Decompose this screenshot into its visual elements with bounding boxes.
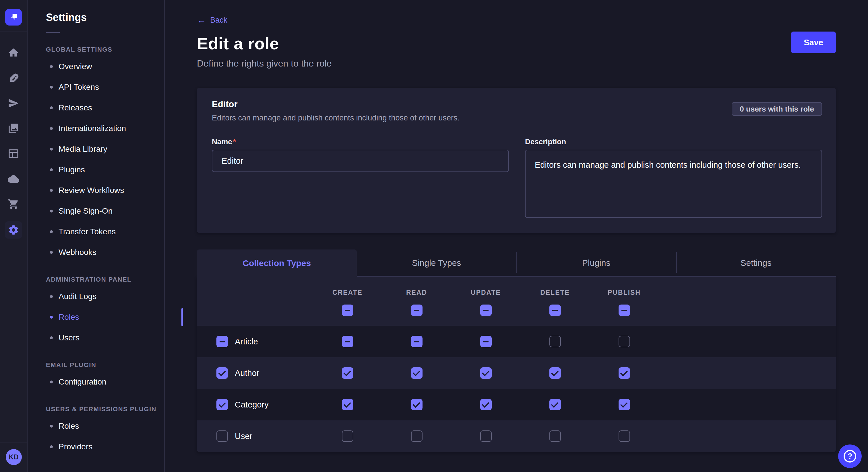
checkbox-cell bbox=[313, 367, 382, 379]
sidebar-item-review-workflows[interactable]: Review Workflows bbox=[46, 180, 164, 201]
select-all-row bbox=[197, 305, 836, 316]
sidebar-item-plugins[interactable]: Plugins bbox=[46, 160, 164, 180]
user-row-checkbox[interactable] bbox=[216, 430, 228, 442]
user-publish-checkbox[interactable] bbox=[619, 430, 630, 442]
permission-row-user: User bbox=[197, 420, 836, 452]
question-mark-icon: ? bbox=[844, 450, 856, 463]
sidebar-item-webhooks[interactable]: Webhooks bbox=[46, 242, 164, 263]
nav-marketplace[interactable] bbox=[0, 192, 27, 217]
category-create-checkbox[interactable] bbox=[342, 399, 353, 410]
sidebar-item-label: Roles bbox=[59, 422, 79, 431]
category-update-checkbox[interactable] bbox=[480, 399, 492, 410]
sidebar-item-transfer-tokens[interactable]: Transfer Tokens bbox=[46, 222, 164, 242]
sidebar-item-label: Transfer Tokens bbox=[59, 227, 116, 236]
author-row-checkbox[interactable] bbox=[216, 367, 228, 379]
sidebar-item-media-library[interactable]: Media Library bbox=[46, 139, 164, 160]
page-title: Edit a role bbox=[197, 34, 836, 53]
article-publish-checkbox[interactable] bbox=[619, 336, 630, 347]
select-all-delete-checkbox[interactable] bbox=[549, 305, 561, 316]
nav-section-header: GLOBAL SETTINGS bbox=[46, 46, 164, 53]
row-label-cell: Category bbox=[197, 399, 313, 410]
sidebar-item-providers[interactable]: Providers bbox=[46, 436, 164, 457]
permissions-rows: ArticleAuthorCategoryUser bbox=[197, 326, 836, 452]
name-input[interactable] bbox=[212, 150, 509, 172]
sidebar-item-internationalization[interactable]: Internationalization bbox=[46, 118, 164, 139]
bullet-icon bbox=[50, 230, 53, 233]
strapi-logo[interactable] bbox=[5, 9, 22, 26]
category-publish-checkbox[interactable] bbox=[619, 399, 630, 410]
home-icon bbox=[8, 47, 19, 60]
author-publish-checkbox[interactable] bbox=[619, 367, 630, 379]
nav-home[interactable] bbox=[0, 41, 27, 66]
user-create-checkbox[interactable] bbox=[342, 430, 353, 442]
article-delete-checkbox[interactable] bbox=[549, 336, 561, 347]
tab-collection-types[interactable]: Collection Types bbox=[197, 249, 357, 277]
name-label-text: Name bbox=[212, 137, 232, 146]
settings-subnav: Settings GLOBAL SETTINGSOverviewAPI Toke… bbox=[28, 0, 165, 472]
category-read-checkbox[interactable] bbox=[411, 399, 423, 410]
select-all-create-checkbox[interactable] bbox=[342, 305, 353, 316]
column-header-delete: DELETE bbox=[520, 289, 590, 297]
article-read-checkbox[interactable] bbox=[411, 336, 423, 347]
nav-media-library[interactable] bbox=[0, 116, 27, 142]
save-button[interactable]: Save bbox=[791, 32, 836, 53]
back-link[interactable]: ← Back bbox=[197, 15, 227, 25]
article-create-checkbox[interactable] bbox=[342, 336, 353, 347]
user-avatar[interactable]: KD bbox=[6, 449, 22, 465]
subnav-sections: GLOBAL SETTINGSOverviewAPI TokensRelease… bbox=[46, 46, 164, 457]
sidebar-item-audit-logs[interactable]: Audit Logs bbox=[46, 286, 164, 307]
sidebar-item-label: Providers bbox=[59, 442, 92, 451]
permission-row-author: Author bbox=[197, 357, 836, 389]
users-with-role-button[interactable]: 0 users with this role bbox=[732, 102, 822, 116]
checkbox-cell bbox=[451, 367, 520, 379]
column-header-publish: PUBLISH bbox=[590, 289, 659, 297]
select-all-read-checkbox[interactable] bbox=[411, 305, 423, 316]
description-field-group: Description Editors can manage and publi… bbox=[525, 137, 822, 219]
bullet-icon bbox=[50, 86, 53, 89]
nav-content-manager[interactable] bbox=[0, 142, 27, 167]
article-row-checkbox[interactable] bbox=[216, 336, 228, 347]
sidebar-item-overview[interactable]: Overview bbox=[46, 56, 164, 77]
category-row-checkbox[interactable] bbox=[216, 399, 228, 410]
select-all-publish-checkbox[interactable] bbox=[619, 305, 630, 316]
nav-releases[interactable] bbox=[0, 91, 27, 116]
article-update-checkbox[interactable] bbox=[480, 336, 492, 347]
user-read-checkbox[interactable] bbox=[411, 430, 423, 442]
nav-deploy[interactable] bbox=[0, 167, 27, 192]
tab-single-types[interactable]: Single Types bbox=[357, 249, 517, 277]
category-delete-checkbox[interactable] bbox=[549, 399, 561, 410]
main-content: ← Back Edit a role Define the rights giv… bbox=[165, 0, 868, 472]
checkbox-cell bbox=[313, 305, 382, 316]
checkbox-cell bbox=[382, 336, 451, 347]
checkbox-cell bbox=[382, 430, 451, 442]
sidebar-item-roles[interactable]: Roles bbox=[46, 307, 164, 328]
sidebar-item-label: Internationalization bbox=[59, 124, 126, 133]
sidebar-item-roles[interactable]: Roles bbox=[46, 416, 164, 436]
sidebar-item-users[interactable]: Users bbox=[46, 328, 164, 348]
nav-content-type-builder[interactable] bbox=[0, 66, 27, 91]
tab-plugins[interactable]: Plugins bbox=[516, 249, 676, 277]
name-field-group: Name* bbox=[212, 137, 509, 219]
subnav-title: Settings bbox=[46, 11, 164, 24]
author-read-checkbox[interactable] bbox=[411, 367, 423, 379]
author-update-checkbox[interactable] bbox=[480, 367, 492, 379]
checkbox-cell bbox=[590, 399, 659, 410]
select-all-update-checkbox[interactable] bbox=[480, 305, 492, 316]
checkbox-cell bbox=[590, 305, 659, 316]
user-delete-checkbox[interactable] bbox=[549, 430, 561, 442]
sidebar-item-api-tokens[interactable]: API Tokens bbox=[46, 77, 164, 98]
sidebar-item-label: API Tokens bbox=[59, 82, 99, 92]
checkbox-cell bbox=[520, 305, 590, 316]
tab-settings[interactable]: Settings bbox=[676, 249, 836, 277]
user-update-checkbox[interactable] bbox=[480, 430, 492, 442]
sidebar-item-releases[interactable]: Releases bbox=[46, 98, 164, 118]
nav-item-list: Audit LogsRolesUsers bbox=[46, 286, 164, 348]
author-delete-checkbox[interactable] bbox=[549, 367, 561, 379]
help-button[interactable]: ? bbox=[838, 444, 862, 468]
nav-settings[interactable] bbox=[0, 217, 27, 243]
description-textarea[interactable]: Editors can manage and publish contents … bbox=[525, 150, 822, 218]
nav-section-header: USERS & PERMISSIONS PLUGIN bbox=[46, 405, 164, 413]
sidebar-item-single-sign-on[interactable]: Single Sign-On bbox=[46, 201, 164, 222]
sidebar-item-configuration[interactable]: Configuration bbox=[46, 372, 164, 392]
author-create-checkbox[interactable] bbox=[342, 367, 353, 379]
